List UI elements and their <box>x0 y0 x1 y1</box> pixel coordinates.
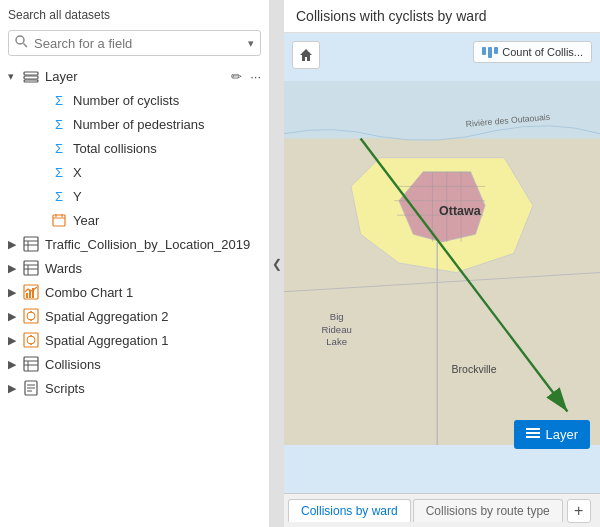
layer-icon <box>22 67 40 85</box>
search-dropdown-arrow[interactable]: ▾ <box>248 37 254 50</box>
svg-point-22 <box>27 312 35 320</box>
table-icon-collisions <box>22 355 40 373</box>
tree-item-wards[interactable]: ▶ Wards <box>0 256 269 280</box>
legend-icon <box>482 47 498 58</box>
tab-add-icon: + <box>574 502 583 520</box>
tree-item-total-collisions[interactable]: Σ Total collisions <box>0 136 269 160</box>
map-header: Collisions with cyclists by ward <box>284 0 600 33</box>
svg-rect-3 <box>24 76 38 79</box>
label-collisions: Collisions <box>45 357 101 372</box>
svg-line-1 <box>24 44 28 48</box>
svg-rect-4 <box>24 80 38 82</box>
tree-item-collisions[interactable]: ▶ Collisions <box>0 352 269 376</box>
main-container: Search all datasets ▾ ▾ Layer ✏ ··· <box>0 0 600 527</box>
label-num-cyclists: Number of cyclists <box>73 93 179 108</box>
tree-item-layer-root[interactable]: ▾ Layer ✏ ··· <box>0 64 269 88</box>
legend-label: Count of Collis... <box>502 46 583 58</box>
label-spatial-agg-1: Spatial Aggregation 1 <box>45 333 169 348</box>
sigma-icon-pedestrians: Σ <box>50 115 68 133</box>
search-box[interactable]: ▾ <box>8 30 261 56</box>
tab-add-button[interactable]: + <box>567 499 591 523</box>
expand-arrow-combo[interactable]: ▶ <box>8 286 22 299</box>
svg-text:Lake: Lake <box>326 336 347 347</box>
collapse-handle[interactable]: ❮ <box>270 0 284 527</box>
pencil-icon[interactable]: ✏ <box>231 69 242 84</box>
label-year: Year <box>73 213 99 228</box>
svg-rect-19 <box>29 290 31 298</box>
panel-header: Search all datasets <box>0 0 269 26</box>
label-x: X <box>73 165 82 180</box>
spatial-icon-1 <box>22 331 40 349</box>
layer-btn-label: Layer <box>545 427 578 442</box>
tree-item-y[interactable]: Σ Y <box>0 184 269 208</box>
tab-label-by-ward: Collisions by ward <box>301 504 398 518</box>
svg-rect-2 <box>24 72 38 75</box>
expand-arrow-wards[interactable]: ▶ <box>8 262 22 275</box>
tree-item-num-pedestrians[interactable]: Σ Number of pedestrians <box>0 112 269 136</box>
svg-point-24 <box>30 319 32 321</box>
right-panel: Collisions with cyclists by ward <box>284 0 600 527</box>
layer-floating-button[interactable]: Layer <box>514 420 590 449</box>
tree-item-year[interactable]: Year <box>0 208 269 232</box>
svg-rect-29 <box>24 357 38 371</box>
calendar-icon-year <box>50 211 68 229</box>
expand-arrow-collisions[interactable]: ▶ <box>8 358 22 371</box>
map-container[interactable]: Ottawa Rivière des Outaouais Big Rideau … <box>284 33 600 493</box>
table-icon-traffic <box>22 235 40 253</box>
tree-item-spatial-agg-1[interactable]: ▶ Spatial Aggregation 1 <box>0 328 269 352</box>
label-total-collisions: Total collisions <box>73 141 157 156</box>
svg-text:Rideau: Rideau <box>322 324 352 335</box>
svg-rect-9 <box>24 237 38 251</box>
panel-header-label: Search all datasets <box>8 8 110 22</box>
search-input[interactable] <box>34 36 244 51</box>
layer-label: Layer <box>45 69 78 84</box>
expand-arrow-spatial2[interactable]: ▶ <box>8 310 22 323</box>
label-combo-chart: Combo Chart 1 <box>45 285 133 300</box>
collapse-chevron-icon: ❮ <box>272 257 282 271</box>
svg-text:Brockville: Brockville <box>452 363 497 375</box>
svg-point-23 <box>30 311 32 313</box>
map-background: Ottawa Rivière des Outaouais Big Rideau … <box>284 33 600 493</box>
svg-text:Big: Big <box>330 311 344 322</box>
svg-rect-58 <box>526 428 540 430</box>
label-scripts: Scripts <box>45 381 85 396</box>
tab-collisions-by-ward[interactable]: Collisions by ward <box>288 499 411 522</box>
sigma-icon-total: Σ <box>50 139 68 157</box>
map-title: Collisions with cyclists by ward <box>296 8 487 24</box>
tree-item-combo-chart[interactable]: ▶ Combo Chart 1 <box>0 280 269 304</box>
svg-point-28 <box>30 343 32 345</box>
expand-arrow-layer[interactable]: ▾ <box>8 70 22 83</box>
map-home-button[interactable] <box>292 41 320 69</box>
svg-rect-59 <box>526 432 540 434</box>
search-icon <box>15 35 28 51</box>
left-panel: Search all datasets ▾ ▾ Layer ✏ ··· <box>0 0 270 527</box>
sigma-icon-cyclists: Σ <box>50 91 68 109</box>
sigma-icon-x: Σ <box>50 163 68 181</box>
ellipsis-icon[interactable]: ··· <box>250 69 261 84</box>
tree-item-spatial-agg-2[interactable]: ▶ Spatial Aggregation 2 <box>0 304 269 328</box>
tab-bar: Collisions by ward Collisions by route t… <box>284 493 600 527</box>
svg-point-26 <box>27 336 35 344</box>
tree-item-scripts[interactable]: ▶ Scripts <box>0 376 269 400</box>
layer-extras: ✏ ··· <box>231 69 261 84</box>
svg-rect-60 <box>526 436 540 438</box>
tree-item-x[interactable]: Σ X <box>0 160 269 184</box>
svg-rect-5 <box>53 215 65 226</box>
label-traffic-collision: Traffic_Collision_by_Location_2019 <box>45 237 250 252</box>
label-num-pedestrians: Number of pedestrians <box>73 117 205 132</box>
tree-area: ▾ Layer ✏ ··· Σ Number of cyclists Σ Nu <box>0 64 269 527</box>
expand-arrow-traffic[interactable]: ▶ <box>8 238 22 251</box>
scripts-icon <box>22 379 40 397</box>
tab-collisions-by-route[interactable]: Collisions by route type <box>413 499 563 522</box>
table-icon-wards <box>22 259 40 277</box>
tree-item-traffic-collision[interactable]: ▶ Traffic_Collision_by_Location_2019 <box>0 232 269 256</box>
expand-arrow-spatial1[interactable]: ▶ <box>8 334 22 347</box>
tree-item-num-cyclists[interactable]: Σ Number of cyclists <box>0 88 269 112</box>
svg-rect-18 <box>26 293 28 298</box>
sigma-icon-y: Σ <box>50 187 68 205</box>
svg-point-0 <box>16 36 24 44</box>
tab-label-by-route: Collisions by route type <box>426 504 550 518</box>
spatial-icon-2 <box>22 307 40 325</box>
expand-arrow-scripts[interactable]: ▶ <box>8 382 22 395</box>
svg-marker-55 <box>300 49 312 61</box>
